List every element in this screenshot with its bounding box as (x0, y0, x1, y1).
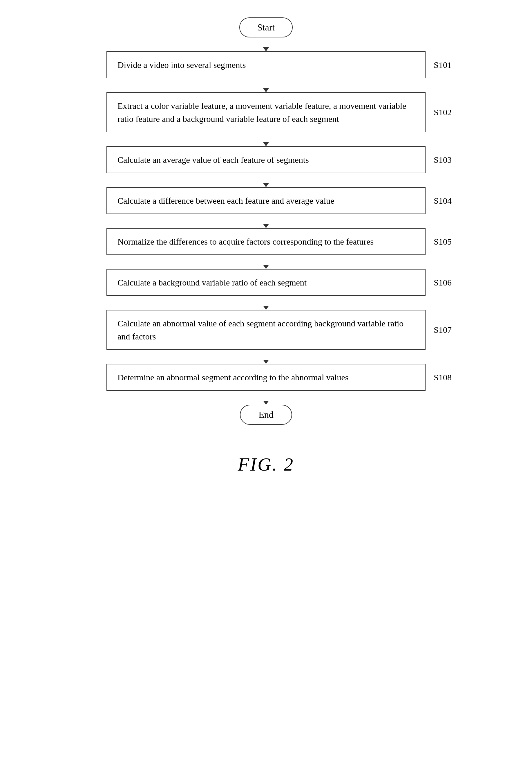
step-row-s104: Calculate a difference between each feat… (63, 187, 469, 214)
arrow-8 (266, 391, 266, 405)
step-box-s106: Calculate a background variable ratio of… (106, 269, 426, 296)
step-box-s105: Normalize the differences to acquire fac… (106, 228, 426, 255)
step-box-s102: Extract a color variable feature, a move… (106, 92, 426, 132)
step-box-s104: Calculate a difference between each feat… (106, 187, 426, 214)
step-label-s104: S104 (434, 196, 452, 206)
start-label: Start (257, 22, 275, 32)
step-row-s105: Normalize the differences to acquire fac… (63, 228, 469, 255)
step-text-s106: Calculate a background variable ratio of… (117, 278, 307, 287)
arrow-6 (266, 296, 266, 310)
step-row-s107: Calculate an abnormal value of each segm… (63, 310, 469, 350)
end-oval: End (240, 405, 292, 425)
step-text-s103: Calculate an average value of each featu… (117, 155, 309, 164)
arrow-1 (266, 78, 266, 92)
end-label: End (259, 409, 273, 420)
step-text-s104: Calculate a difference between each feat… (117, 196, 334, 205)
step-row-s102: Extract a color variable feature, a move… (63, 92, 469, 132)
step-text-s102: Extract a color variable feature, a move… (117, 101, 406, 124)
figure-caption: FIG. 2 (238, 454, 294, 475)
step-row-s106: Calculate a background variable ratio of… (63, 269, 469, 296)
step-label-s102: S102 (434, 107, 452, 117)
arrow-0 (266, 37, 266, 51)
step-text-s108: Determine an abnormal segment according … (117, 373, 348, 382)
step-row-s103: Calculate an average value of each featu… (63, 146, 469, 173)
start-oval: Start (239, 18, 293, 37)
arrow-3 (266, 173, 266, 187)
step-row-s108: Determine an abnormal segment according … (63, 364, 469, 391)
step-box-s103: Calculate an average value of each featu… (106, 146, 426, 173)
step-label-s106: S106 (434, 278, 452, 287)
arrow-4 (266, 214, 266, 228)
step-text-s107: Calculate an abnormal value of each segm… (117, 319, 403, 341)
step-text-s101: Divide a video into several segments (117, 60, 246, 70)
arrow-2 (266, 132, 266, 146)
arrow-5 (266, 255, 266, 269)
step-box-s101: Divide a video into several segments (106, 51, 426, 78)
step-row-s101: Divide a video into several segments S10… (63, 51, 469, 78)
step-box-s107: Calculate an abnormal value of each segm… (106, 310, 426, 350)
step-label-s101: S101 (434, 60, 452, 70)
step-label-s105: S105 (434, 237, 452, 247)
step-label-s103: S103 (434, 155, 452, 165)
step-label-s108: S108 (434, 373, 452, 382)
step-text-s105: Normalize the differences to acquire fac… (117, 237, 374, 246)
flowchart: Start Divide a video into several segmen… (63, 18, 469, 475)
arrow-7 (266, 350, 266, 364)
step-box-s108: Determine an abnormal segment according … (106, 364, 426, 391)
step-label-s107: S107 (434, 325, 452, 335)
